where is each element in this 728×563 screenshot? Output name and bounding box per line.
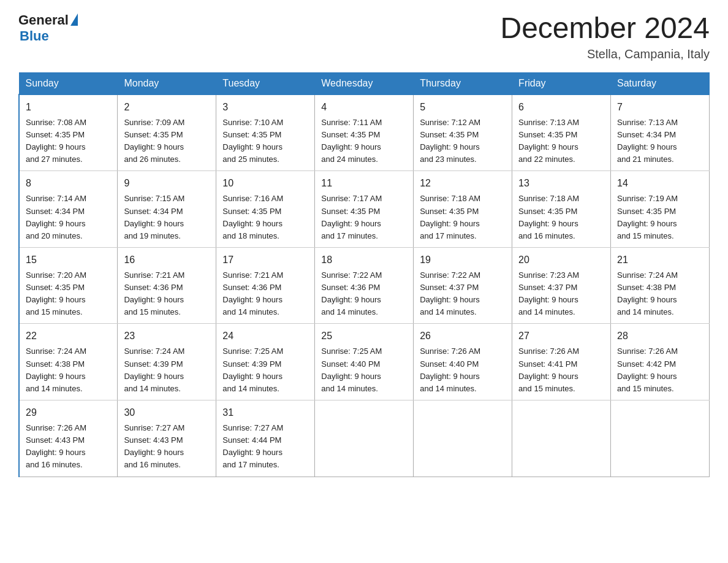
calendar-cell: 12Sunrise: 7:18 AMSunset: 4:35 PMDayligh… — [414, 171, 512, 248]
day-number: 7 — [617, 100, 703, 115]
calendar-cell: 20Sunrise: 7:23 AMSunset: 4:37 PMDayligh… — [512, 247, 611, 324]
header-wednesday: Wednesday — [315, 72, 414, 94]
header-thursday: Thursday — [414, 72, 512, 94]
day-info: Sunrise: 7:22 AMSunset: 4:37 PMDaylight:… — [420, 269, 506, 319]
logo-arrow-icon — [70, 13, 78, 26]
day-info: Sunrise: 7:18 AMSunset: 4:35 PMDaylight:… — [518, 193, 604, 242]
calendar-cell: 3Sunrise: 7:10 AMSunset: 4:35 PMDaylight… — [216, 94, 315, 171]
day-info: Sunrise: 7:19 AMSunset: 4:35 PMDaylight:… — [617, 193, 703, 242]
day-info: Sunrise: 7:17 AMSunset: 4:35 PMDaylight:… — [321, 193, 407, 242]
day-info: Sunrise: 7:26 AMSunset: 4:41 PMDaylight:… — [518, 345, 604, 395]
calendar-week-row: 22Sunrise: 7:24 AMSunset: 4:38 PMDayligh… — [19, 324, 710, 400]
calendar-cell: 29Sunrise: 7:26 AMSunset: 4:43 PMDayligh… — [19, 400, 118, 477]
header-friday: Friday — [512, 72, 611, 94]
calendar-cell: 16Sunrise: 7:21 AMSunset: 4:36 PMDayligh… — [118, 247, 216, 324]
day-info: Sunrise: 7:10 AMSunset: 4:35 PMDaylight:… — [222, 117, 308, 166]
header-saturday: Saturday — [611, 72, 710, 94]
day-info: Sunrise: 7:27 AMSunset: 4:43 PMDaylight:… — [124, 422, 210, 472]
calendar-cell — [414, 400, 512, 477]
day-info: Sunrise: 7:26 AMSunset: 4:43 PMDaylight:… — [26, 422, 111, 472]
day-number: 12 — [420, 176, 506, 191]
day-info: Sunrise: 7:24 AMSunset: 4:38 PMDaylight:… — [26, 345, 111, 395]
calendar-cell: 26Sunrise: 7:26 AMSunset: 4:40 PMDayligh… — [414, 324, 512, 400]
day-info: Sunrise: 7:14 AMSunset: 4:34 PMDaylight:… — [26, 193, 111, 242]
day-number: 13 — [518, 176, 604, 191]
calendar-table: SundayMondayTuesdayWednesdayThursdayFrid… — [18, 72, 710, 477]
day-number: 10 — [222, 176, 308, 191]
logo: General Blue — [18, 12, 78, 44]
day-info: Sunrise: 7:24 AMSunset: 4:39 PMDaylight:… — [124, 345, 210, 395]
day-number: 16 — [124, 253, 210, 267]
calendar-cell: 14Sunrise: 7:19 AMSunset: 4:35 PMDayligh… — [611, 171, 710, 248]
day-number: 29 — [26, 405, 111, 420]
page-header: General Blue December 2024 Stella, Campa… — [18, 12, 710, 61]
calendar-cell: 7Sunrise: 7:13 AMSunset: 4:34 PMDaylight… — [611, 94, 710, 171]
day-number: 31 — [222, 405, 308, 420]
calendar-cell: 1Sunrise: 7:08 AMSunset: 4:35 PMDaylight… — [19, 94, 118, 171]
day-info: Sunrise: 7:20 AMSunset: 4:35 PMDaylight:… — [26, 269, 111, 319]
day-number: 14 — [617, 176, 703, 191]
month-title: December 2024 — [500, 12, 710, 45]
day-number: 15 — [26, 253, 111, 267]
calendar-header-row: SundayMondayTuesdayWednesdayThursdayFrid… — [19, 72, 710, 94]
day-number: 19 — [420, 253, 506, 267]
calendar-cell: 28Sunrise: 7:26 AMSunset: 4:42 PMDayligh… — [611, 324, 710, 400]
day-info: Sunrise: 7:09 AMSunset: 4:35 PMDaylight:… — [124, 117, 210, 166]
day-info: Sunrise: 7:25 AMSunset: 4:39 PMDaylight:… — [222, 345, 308, 395]
calendar-cell: 13Sunrise: 7:18 AMSunset: 4:35 PMDayligh… — [512, 171, 611, 248]
calendar-cell: 4Sunrise: 7:11 AMSunset: 4:35 PMDaylight… — [315, 94, 414, 171]
calendar-cell: 15Sunrise: 7:20 AMSunset: 4:35 PMDayligh… — [19, 247, 118, 324]
logo-general-text: General — [18, 12, 69, 28]
calendar-cell: 6Sunrise: 7:13 AMSunset: 4:35 PMDaylight… — [512, 94, 611, 171]
calendar-cell: 23Sunrise: 7:24 AMSunset: 4:39 PMDayligh… — [118, 324, 216, 400]
day-info: Sunrise: 7:25 AMSunset: 4:40 PMDaylight:… — [321, 345, 407, 395]
day-number: 25 — [321, 329, 407, 343]
day-number: 9 — [124, 176, 210, 191]
calendar-cell: 30Sunrise: 7:27 AMSunset: 4:43 PMDayligh… — [118, 400, 216, 477]
day-info: Sunrise: 7:21 AMSunset: 4:36 PMDaylight:… — [124, 269, 210, 319]
day-number: 8 — [26, 176, 111, 191]
location-title: Stella, Campania, Italy — [500, 47, 710, 61]
calendar-cell: 2Sunrise: 7:09 AMSunset: 4:35 PMDaylight… — [118, 94, 216, 171]
day-info: Sunrise: 7:26 AMSunset: 4:42 PMDaylight:… — [617, 345, 703, 395]
day-info: Sunrise: 7:15 AMSunset: 4:34 PMDaylight:… — [124, 193, 210, 242]
header-sunday: Sunday — [19, 72, 118, 94]
day-number: 18 — [321, 253, 407, 267]
day-info: Sunrise: 7:12 AMSunset: 4:35 PMDaylight:… — [420, 117, 506, 166]
title-block: December 2024 Stella, Campania, Italy — [500, 12, 710, 61]
calendar-cell — [512, 400, 611, 477]
day-info: Sunrise: 7:11 AMSunset: 4:35 PMDaylight:… — [321, 117, 407, 166]
day-number: 1 — [26, 100, 111, 115]
day-number: 24 — [222, 329, 308, 343]
day-info: Sunrise: 7:13 AMSunset: 4:35 PMDaylight:… — [518, 117, 604, 166]
calendar-cell: 24Sunrise: 7:25 AMSunset: 4:39 PMDayligh… — [216, 324, 315, 400]
day-number: 26 — [420, 329, 506, 343]
day-info: Sunrise: 7:24 AMSunset: 4:38 PMDaylight:… — [617, 269, 703, 319]
calendar-week-row: 29Sunrise: 7:26 AMSunset: 4:43 PMDayligh… — [19, 400, 710, 477]
calendar-cell: 9Sunrise: 7:15 AMSunset: 4:34 PMDaylight… — [118, 171, 216, 248]
calendar-week-row: 1Sunrise: 7:08 AMSunset: 4:35 PMDaylight… — [19, 94, 710, 171]
day-number: 28 — [617, 329, 703, 343]
calendar-cell: 21Sunrise: 7:24 AMSunset: 4:38 PMDayligh… — [611, 247, 710, 324]
calendar-cell: 22Sunrise: 7:24 AMSunset: 4:38 PMDayligh… — [19, 324, 118, 400]
calendar-cell: 31Sunrise: 7:27 AMSunset: 4:44 PMDayligh… — [216, 400, 315, 477]
calendar-cell: 17Sunrise: 7:21 AMSunset: 4:36 PMDayligh… — [216, 247, 315, 324]
calendar-cell: 27Sunrise: 7:26 AMSunset: 4:41 PMDayligh… — [512, 324, 611, 400]
day-number: 17 — [222, 253, 308, 267]
calendar-cell — [315, 400, 414, 477]
day-number: 22 — [26, 329, 111, 343]
day-info: Sunrise: 7:18 AMSunset: 4:35 PMDaylight:… — [420, 193, 506, 242]
day-number: 30 — [124, 405, 210, 420]
day-number: 6 — [518, 100, 604, 115]
day-number: 27 — [518, 329, 604, 343]
calendar-cell: 25Sunrise: 7:25 AMSunset: 4:40 PMDayligh… — [315, 324, 414, 400]
calendar-cell: 11Sunrise: 7:17 AMSunset: 4:35 PMDayligh… — [315, 171, 414, 248]
calendar-cell — [611, 400, 710, 477]
logo-blue-text: Blue — [20, 28, 49, 44]
calendar-cell: 19Sunrise: 7:22 AMSunset: 4:37 PMDayligh… — [414, 247, 512, 324]
day-info: Sunrise: 7:27 AMSunset: 4:44 PMDaylight:… — [222, 422, 308, 472]
header-monday: Monday — [118, 72, 216, 94]
day-number: 2 — [124, 100, 210, 115]
day-number: 23 — [124, 329, 210, 343]
day-number: 3 — [222, 100, 308, 115]
